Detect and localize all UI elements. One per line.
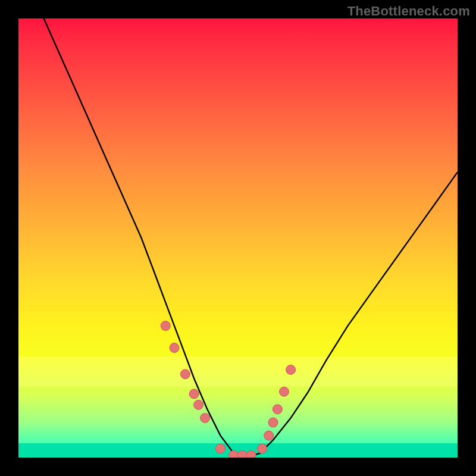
curve-layer	[18, 18, 458, 458]
highlight-marker	[258, 444, 267, 453]
plot-area	[18, 18, 458, 458]
highlight-marker	[280, 387, 289, 396]
watermark-text: TheBottleneck.com	[347, 4, 470, 19]
highlight-marker	[170, 343, 179, 353]
highlight-marker	[189, 389, 199, 399]
bottleneck-curve	[18, 18, 458, 458]
highlight-marker	[246, 450, 256, 458]
highlight-marker	[161, 321, 170, 331]
highlight-marker	[229, 450, 239, 458]
highlight-marker	[201, 414, 210, 423]
highlight-marker	[264, 431, 274, 440]
chart-frame: TheBottleneck.com	[0, 0, 476, 476]
highlight-marker	[273, 405, 282, 414]
highlight-marker	[194, 400, 203, 409]
highlight-marker	[180, 369, 190, 379]
highlight-marker	[286, 365, 296, 374]
highlight-marker	[216, 444, 226, 453]
highlight-marker	[268, 418, 278, 427]
highlight-marker	[237, 450, 247, 458]
